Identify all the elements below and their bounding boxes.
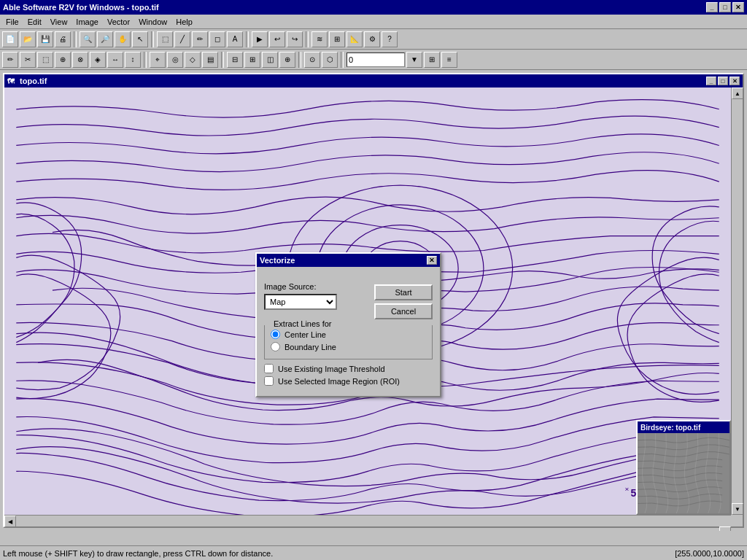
print-button[interactable]: 🖨 [55,31,71,47]
scroll-down-button[interactable]: ▼ [732,503,743,515]
status-coordinates: [255.0000,10.0000] [627,549,744,558]
menu-view[interactable]: View [46,16,72,28]
use-existing-checkbox[interactable] [264,364,274,373]
dialog-close-button[interactable]: ✕ [427,256,437,265]
status-bar: Left mouse (+ SHIFT key) to draw rectang… [0,545,747,560]
pencil-button[interactable]: ✏ [192,31,208,47]
zoom-out-button[interactable]: 🔎 [97,31,113,47]
center-line-radio[interactable] [271,330,280,339]
dialog-title-bar: Vectorize ✕ [257,254,440,267]
tb2-btn18[interactable]: ⬡ [322,52,338,68]
vectorize-button[interactable]: ≋ [311,31,328,47]
scroll-up-button[interactable]: ▲ [732,88,743,99]
title-bar-controls: _ □ ✕ [706,2,744,12]
use-existing-row: Use Existing Image Threshold [264,364,433,373]
boundary-line-label: Boundary Line [285,343,336,351]
cancel-button[interactable]: Cancel [374,303,433,319]
use-selected-row: Use Selected Image Region (ROI) [264,376,433,386]
play-button[interactable]: ▶ [252,31,268,47]
use-existing-label: Use Existing Image Threshold [278,365,385,373]
doc-minimize-button[interactable]: _ [706,77,716,85]
doc-maximize-button[interactable]: □ [718,77,728,85]
doc-title: 🗺 topo.tif [7,77,47,85]
image-source-select[interactable]: Map Binary Color [264,294,337,310]
minimize-button[interactable]: _ [706,2,718,12]
dialog-buttons: Start Cancel [374,284,433,319]
doc-close-button[interactable]: ✕ [729,77,740,85]
new-button[interactable]: 📄 [2,31,18,47]
menu-vector[interactable]: Vector [103,16,134,28]
tb2-btn8[interactable]: ↕ [125,52,141,68]
tb2-btn17[interactable]: ⊙ [304,52,320,68]
center-line-row: Center Line [271,330,426,339]
tb2-btn14[interactable]: ⊞ [244,52,260,68]
undo-button[interactable]: ↩ [269,31,285,47]
tb2-btn7[interactable]: ↔ [107,52,123,68]
boundary-line-radio[interactable] [271,342,280,351]
image-source-select-row: Map Binary Color [264,294,368,310]
tb2-btn10[interactable]: ◎ [167,52,183,68]
separator-2 [151,31,154,47]
birdseye-panel: Birdseye: topo.tif [636,420,731,515]
tb2-btn2[interactable]: ✂ [20,52,36,68]
menu-image[interactable]: Image [71,16,103,28]
extract-lines-group: Extract Lines for Center Line Boundary L… [264,325,433,359]
scroll-left-button[interactable]: ◀ [4,516,16,527]
menu-help[interactable]: Help [171,16,197,28]
tb2-btn3[interactable]: ⬚ [37,52,53,68]
center-line-label: Center Line [285,330,326,339]
dialog-body: Image Source: Map Binary Color Start Can… [257,267,440,396]
menu-edit[interactable]: Edit [23,16,46,28]
raster-button[interactable]: ⊞ [329,31,345,47]
maximize-button[interactable]: □ [719,2,731,12]
start-button[interactable]: Start [374,284,433,300]
layers-button[interactable]: ≡ [441,52,457,68]
save-button[interactable]: 💾 [37,31,53,47]
separator-3 [246,31,249,47]
hand-button[interactable]: ✋ [115,31,131,47]
eraser-button[interactable]: ◻ [209,31,225,47]
birdseye-content [638,433,729,513]
dropdown-arrow[interactable]: ▼ [406,52,422,68]
tb2-btn16[interactable]: ⊕ [279,52,295,68]
status-message: Left mouse (+ SHIFT key) to draw rectang… [3,549,627,558]
redo-button[interactable]: ↪ [287,31,303,47]
tb2-btn9[interactable]: ⌖ [150,52,166,68]
boundary-line-row: Boundary Line [271,342,426,351]
tb2-btn11[interactable]: ◇ [185,52,201,68]
scroll-right-button[interactable]: ▶ [719,526,731,531]
birdseye-title: Birdseye: topo.tif [638,421,729,433]
tb2-btn1[interactable]: ✏ [2,52,18,68]
horizontal-scrollbar[interactable]: ◀ ▶ [4,515,731,526]
open-button[interactable]: 📂 [20,31,36,47]
separator-8 [341,52,344,68]
tb2-btn5[interactable]: ⊗ [72,52,88,68]
toolbar-1: 📄 📂 💾 🖨 🔍 🔎 ✋ ↖ ⬚ ╱ ✏ ◻ A ▶ ↩ ↪ ≋ ⊞ 📐 ⚙ … [0,29,747,50]
doc-title-controls: _ □ ✕ [706,77,740,85]
extract-lines-legend: Extract Lines for [271,319,334,328]
tb2-btn6[interactable]: ◈ [90,52,106,68]
text-button[interactable]: A [227,31,243,47]
select-button[interactable]: ⬚ [157,31,173,47]
measure-button[interactable]: 📐 [347,31,363,47]
tb2-btn13[interactable]: ⊟ [227,52,243,68]
coord-input[interactable] [347,52,405,67]
vertical-scrollbar[interactable]: ▲ ▼ [731,88,743,515]
line-button[interactable]: ╱ [174,31,190,47]
close-button[interactable]: ✕ [732,2,744,12]
grid-button[interactable]: ⊞ [424,52,440,68]
use-selected-checkbox[interactable] [264,376,274,386]
menu-window[interactable]: Window [134,16,171,28]
cursor-button[interactable]: ↖ [132,31,148,47]
help-btn[interactable]: ? [382,31,398,47]
separator-7 [298,52,301,68]
tb2-btn4[interactable]: ⊕ [55,52,71,68]
settings-button[interactable]: ⚙ [364,31,380,47]
app-title: Able Software R2V for Windows - topo.tif [3,3,159,12]
separator-6 [221,52,224,68]
vectorize-dialog: Vectorize ✕ Image Source: Map Binary Col… [255,252,441,397]
tb2-btn12[interactable]: ▤ [202,52,218,68]
zoom-in-button[interactable]: 🔍 [80,31,96,47]
tb2-btn15[interactable]: ◫ [262,52,278,68]
menu-file[interactable]: File [1,16,23,28]
